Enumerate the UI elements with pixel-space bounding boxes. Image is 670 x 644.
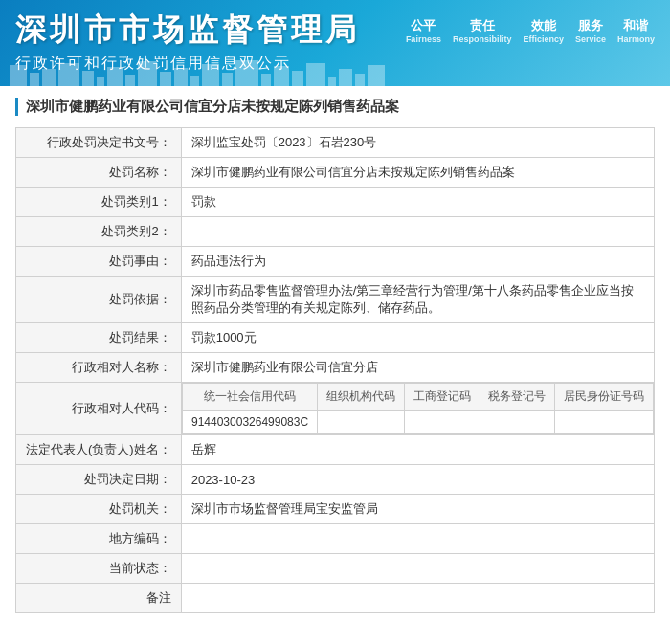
row-party-id: 行政相对人代码： 统一社会信用代码 组织机构代码 工商登记码 税务登记号 居民身… — [16, 383, 655, 435]
row-authority: 处罚机关： 深圳市市场监督管理局宝安监管局 — [16, 495, 655, 524]
label-party-id: 行政相对人代码： — [16, 383, 182, 435]
header: 深圳市市场监督管理局 公平Fairness责任Responsibility效能E… — [0, 0, 670, 86]
label-decision-date: 处罚决定日期： — [16, 465, 182, 495]
value-type2 — [181, 217, 654, 247]
label-local-code: 地方编码： — [16, 524, 182, 554]
row-decision-doc: 行政处罚决定书文号： 深圳监宝处罚〔2023〕石岩230号 — [16, 128, 655, 158]
label-result: 处罚结果： — [16, 323, 182, 353]
value-status — [181, 554, 654, 584]
header-main-title: 深圳市市场监督管理局 — [15, 10, 360, 52]
sub-header-org: 组织机构代码 — [318, 384, 405, 411]
row-result: 处罚结果： 罚款1000元 — [16, 323, 655, 353]
header-value-item: 责任Responsibility — [453, 17, 512, 44]
row-party-name: 行政相对人名称： 深圳市健鹏药业有限公司信宜分店 — [16, 353, 655, 383]
value-legal-rep: 岳辉 — [181, 435, 654, 465]
value-party-id: 统一社会信用代码 组织机构代码 工商登记码 税务登记号 居民身份证号码 9144… — [181, 383, 654, 435]
value-reason: 药品违法行为 — [181, 247, 654, 277]
value-type1: 罚款 — [181, 188, 654, 217]
value-local-code — [181, 524, 654, 554]
content: 深圳市健鹏药业有限公司信宜分店未按规定陈列销售药品案 行政处罚决定书文号： 深圳… — [0, 86, 670, 625]
label-type2: 处罚类别2： — [16, 217, 182, 247]
sub-value-id — [555, 411, 654, 434]
label-punishment-name: 处罚名称： — [16, 158, 182, 188]
sub-value-social: 91440300326499083C — [182, 411, 318, 434]
row-decision-date: 处罚决定日期： 2023-10-23 — [16, 465, 655, 495]
row-local-code: 地方编码： — [16, 524, 655, 554]
value-decision-doc: 深圳监宝处罚〔2023〕石岩230号 — [181, 128, 654, 158]
row-basis: 处罚依据： 深圳市药品零售监督管理办法/第三章经营行为管理/第十八条药品零售企业… — [16, 277, 655, 323]
label-basis: 处罚依据： — [16, 277, 182, 323]
label-type1: 处罚类别1： — [16, 188, 182, 217]
label-party-name: 行政相对人名称： — [16, 353, 182, 383]
sub-value-org — [318, 411, 405, 434]
header-buildings — [0, 59, 670, 86]
sub-value-biz — [405, 411, 480, 434]
row-remark: 备注 — [16, 584, 655, 613]
label-status: 当前状态： — [16, 554, 182, 584]
header-value-item: 效能Efficiency — [523, 17, 564, 44]
row-legal-rep: 法定代表人(负责人)姓名： 岳辉 — [16, 435, 655, 465]
sub-header-biz: 工商登记码 — [405, 384, 480, 411]
value-punishment-name: 深圳市健鹏药业有限公司信宜分店未按规定陈列销售药品案 — [181, 158, 654, 188]
sub-header-tax: 税务登记号 — [480, 384, 554, 411]
page-title: 深圳市健鹏药业有限公司信宜分店未按规定陈列销售药品案 — [15, 98, 655, 116]
value-decision-date: 2023-10-23 — [181, 465, 654, 495]
label-remark: 备注 — [16, 584, 182, 613]
row-type2: 处罚类别2： — [16, 217, 655, 247]
sub-id-value-row: 91440300326499083C — [182, 411, 653, 434]
header-value-item: 服务Service — [575, 17, 606, 44]
value-party-name: 深圳市健鹏药业有限公司信宜分店 — [181, 353, 654, 383]
label-legal-rep: 法定代表人(负责人)姓名： — [16, 435, 182, 465]
row-status: 当前状态： — [16, 554, 655, 584]
label-decision-doc: 行政处罚决定书文号： — [16, 128, 182, 158]
label-reason: 处罚事由： — [16, 247, 182, 277]
sub-header-id: 居民身份证号码 — [555, 384, 654, 411]
header-values: 公平Fairness责任Responsibility效能Efficiency服务… — [406, 17, 655, 44]
label-authority: 处罚机关： — [16, 495, 182, 524]
header-value-item: 公平Fairness — [406, 17, 441, 44]
row-reason: 处罚事由： 药品违法行为 — [16, 247, 655, 277]
sub-id-header-row: 统一社会信用代码 组织机构代码 工商登记码 税务登记号 居民身份证号码 — [182, 384, 653, 411]
sub-id-table: 统一社会信用代码 组织机构代码 工商登记码 税务登记号 居民身份证号码 9144… — [182, 383, 654, 434]
row-punishment-name: 处罚名称： 深圳市健鹏药业有限公司信宜分店未按规定陈列销售药品案 — [16, 158, 655, 188]
sub-value-tax — [480, 411, 554, 434]
value-basis: 深圳市药品零售监督管理办法/第三章经营行为管理/第十八条药品零售企业应当按照药品… — [181, 277, 654, 323]
value-result: 罚款1000元 — [181, 323, 654, 353]
header-value-item: 和谐Harmony — [617, 17, 655, 44]
main-table: 行政处罚决定书文号： 深圳监宝处罚〔2023〕石岩230号 处罚名称： 深圳市健… — [15, 127, 655, 613]
value-authority: 深圳市市场监督管理局宝安监管局 — [181, 495, 654, 524]
value-remark — [181, 584, 654, 613]
sub-header-social: 统一社会信用代码 — [182, 384, 318, 411]
row-type1: 处罚类别1： 罚款 — [16, 188, 655, 217]
